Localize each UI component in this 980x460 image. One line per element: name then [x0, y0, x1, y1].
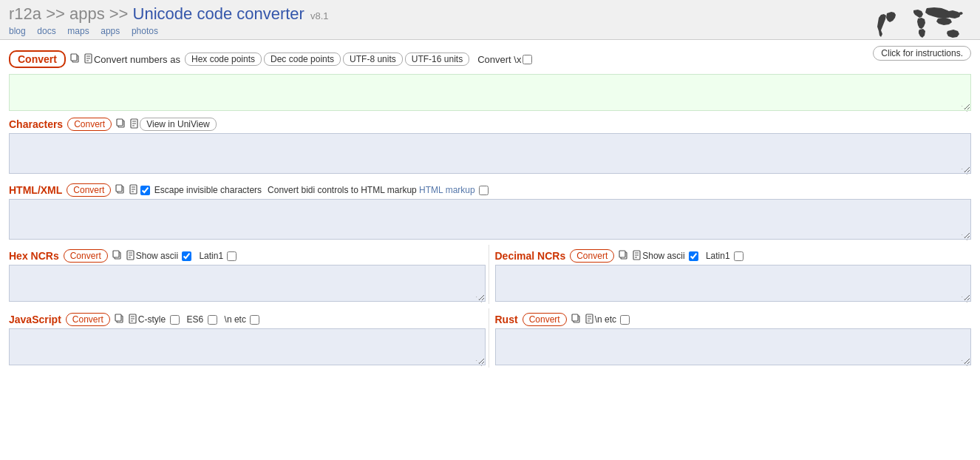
decimal-ncrs-label: Decimal NCRs [495, 250, 566, 262]
javascript-section: JavaScript Convert C-style [9, 308, 489, 368]
hex-ncrs-textarea-wrapper: ⋱ [9, 265, 486, 304]
rust-header: Rust Convert \n etc [495, 308, 972, 328]
html-xml-doc-icon[interactable] [129, 184, 139, 197]
convert-x-checkbox[interactable] [523, 55, 532, 64]
js-rust-sections: JavaScript Convert C-style [9, 308, 971, 368]
characters-textarea-wrapper: ⋱ [9, 133, 971, 176]
decimal-ncrs-show-ascii-checkbox[interactable] [689, 251, 698, 261]
javascript-convert-button[interactable]: Convert [66, 313, 110, 326]
decimal-ncrs-input[interactable] [495, 265, 972, 302]
decimal-ncrs-header: Decimal NCRs Convert Show ascii [495, 245, 972, 265]
bidi-controls-label[interactable]: Convert bidi controls to HTML markup HTM… [268, 185, 490, 195]
utf8-units-btn[interactable]: UTF-8 units [343, 53, 403, 66]
javascript-copy-icon[interactable] [115, 314, 126, 325]
javascript-newline-checkbox[interactable] [250, 315, 259, 325]
javascript-doc-icon[interactable] [128, 314, 138, 326]
svg-rect-1 [71, 54, 77, 61]
main-input[interactable] [9, 74, 971, 111]
characters-section: Characters Convert View in UniView ⋱ [9, 113, 971, 176]
hex-ncrs-input[interactable] [9, 265, 486, 302]
hex-ncrs-latin1-label[interactable]: Latin1 [199, 251, 238, 261]
decimal-ncrs-latin1-checkbox[interactable] [734, 251, 743, 261]
html-xml-header: HTML/XML Convert Escape invisible charac… [9, 179, 971, 199]
svg-rect-13 [619, 251, 625, 257]
convert-x-label: Convert \x [477, 54, 521, 65]
hex-ncrs-doc-icon[interactable] [126, 250, 136, 263]
html-markup-link[interactable]: HTML markup [419, 185, 475, 195]
characters-copy-icon[interactable] [116, 118, 128, 130]
decimal-ncrs-latin1-label[interactable]: Latin1 [706, 251, 745, 261]
html-xml-input[interactable] [9, 199, 971, 240]
nav-docs[interactable]: docs [37, 26, 55, 36]
nav-apps[interactable]: apps [101, 26, 120, 36]
decimal-ncrs-show-ascii-label[interactable]: Show ascii [642, 251, 700, 261]
svg-rect-7 [116, 185, 122, 192]
nav-maps[interactable]: maps [67, 26, 89, 36]
svg-rect-16 [115, 314, 121, 321]
html-xml-convert-button[interactable]: Convert [67, 183, 111, 197]
rust-input[interactable] [495, 328, 972, 365]
view-in-uniview-btn[interactable]: View in UniView [140, 118, 217, 131]
svg-rect-19 [572, 314, 578, 321]
rust-convert-button[interactable]: Convert [523, 313, 567, 326]
javascript-input[interactable] [9, 328, 486, 365]
rust-textarea-wrapper: ⋱ [495, 328, 972, 368]
main-textarea-wrapper: ⋱ [9, 74, 971, 113]
rust-newline-label[interactable]: \n etc [595, 314, 632, 325]
instructions-button[interactable]: Click for instructions. [873, 46, 971, 61]
dec-code-points-btn[interactable]: Dec code points [264, 53, 341, 66]
html-xml-copy-icon[interactable] [115, 184, 127, 196]
hex-ncrs-label: Hex NCRs [9, 250, 59, 262]
header-nav: blog docs maps apps photos [9, 25, 862, 36]
javascript-cstyle-label[interactable]: C-style [138, 314, 181, 325]
rust-label: Rust [495, 314, 518, 325]
javascript-label: JavaScript [9, 314, 61, 325]
decimal-ncrs-textarea-wrapper: ⋱ [495, 265, 972, 304]
rust-newline-checkbox[interactable] [620, 315, 630, 325]
page-title: r12a >> apps >> Unicode code converterv8… [9, 4, 329, 23]
hex-ncrs-show-ascii-checkbox[interactable] [182, 251, 191, 261]
main-convert-button[interactable]: Convert [9, 50, 66, 68]
top-convert-row: Convert Convert numbers as Hex code poin… [9, 46, 971, 71]
hex-ncrs-latin1-checkbox[interactable] [227, 251, 237, 261]
javascript-es6-checkbox[interactable] [208, 315, 217, 325]
decimal-ncrs-section: Decimal NCRs Convert Show ascii [489, 245, 972, 304]
nav-photos[interactable]: photos [132, 26, 158, 36]
hex-code-points-btn[interactable]: Hex code points [185, 53, 262, 66]
main-content: Click for instructions. Convert Convert … [0, 40, 980, 373]
rust-doc-icon[interactable] [585, 314, 595, 326]
characters-label: Characters [9, 118, 63, 130]
characters-input[interactable] [9, 133, 971, 174]
hex-ncrs-header: Hex NCRs Convert Show ascii [9, 245, 486, 265]
hex-ncrs-copy-icon[interactable] [112, 250, 124, 262]
characters-convert-button[interactable]: Convert [67, 118, 112, 131]
javascript-newline-label[interactable]: \n etc [225, 314, 262, 325]
escape-invisible-label[interactable]: Escape invisible characters [139, 185, 262, 195]
svg-rect-10 [113, 251, 119, 257]
decimal-ncrs-copy-icon[interactable] [619, 250, 630, 262]
svg-rect-4 [117, 119, 123, 126]
hex-ncrs-show-ascii-label[interactable]: Show ascii [136, 251, 194, 261]
hex-ncrs-convert-button[interactable]: Convert [64, 249, 108, 263]
decimal-ncrs-doc-icon[interactable] [632, 250, 642, 263]
convert-numbers-label: Convert numbers as [94, 54, 180, 65]
html-xml-section: HTML/XML Convert Escape invisible charac… [9, 179, 971, 242]
utf16-units-btn[interactable]: UTF-16 units [405, 53, 469, 66]
bidi-controls-checkbox[interactable] [479, 186, 489, 195]
doc-icon[interactable] [84, 53, 94, 66]
javascript-textarea-wrapper: ⋱ [9, 328, 486, 368]
html-xml-textarea-wrapper: ⋱ [9, 199, 971, 242]
javascript-es6-label[interactable]: ES6 [187, 314, 219, 325]
html-xml-label: HTML/XML [9, 184, 62, 196]
characters-header: Characters Convert View in UniView [9, 113, 971, 133]
decimal-ncrs-convert-button[interactable]: Convert [570, 249, 614, 263]
escape-invisible-checkbox[interactable] [140, 186, 150, 195]
characters-doc-icon[interactable] [129, 118, 140, 131]
javascript-cstyle-checkbox[interactable] [170, 315, 180, 325]
nav-blog[interactable]: blog [9, 26, 26, 36]
rust-copy-icon[interactable] [571, 314, 583, 325]
rust-section: Rust Convert \n etc [489, 308, 972, 368]
javascript-header: JavaScript Convert C-style [9, 308, 486, 328]
bottom-sections: Hex NCRs Convert Show ascii [9, 245, 971, 304]
copy-icon[interactable] [70, 53, 82, 65]
